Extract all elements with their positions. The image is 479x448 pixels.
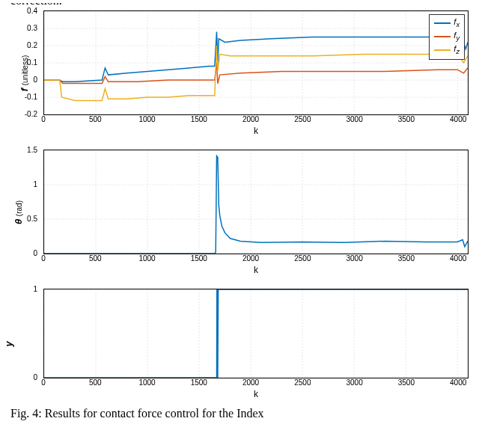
xtick-label: 500: [89, 378, 102, 387]
plot-area-y: [43, 289, 469, 378]
panel-forces: f (unitless) -0.2-0.100.10.20.30.4 fx fy: [3, 10, 476, 136]
xtick-label: 1500: [191, 115, 207, 123]
xticks-theta: 05001000150020002500300035004000: [43, 254, 469, 263]
xtick-label: 500: [89, 254, 102, 263]
xtick-label: 4000: [450, 378, 466, 387]
xtick-label: 2500: [294, 254, 311, 263]
xtick-label: 2000: [242, 115, 259, 123]
xticks-y: 05001000150020002500300035004000: [43, 378, 469, 387]
legend-label-fx: fx: [454, 17, 460, 26]
legend-item-fx: fx: [434, 16, 460, 30]
xtick-label: 3500: [398, 115, 415, 123]
xtick-label: 2500: [294, 115, 311, 123]
plot-area-f: fx fy fz: [43, 10, 469, 115]
legend-item-fz: fz: [434, 43, 460, 57]
fragment-above: correction.: [10, 3, 469, 10]
ytick-label: 0: [33, 249, 37, 257]
plot-area-theta: [43, 150, 469, 254]
xtick-label: 0: [41, 378, 46, 387]
xtick-label: 2000: [242, 378, 259, 387]
figure-caption: Fig. 4: Results for contact force contro…: [3, 407, 476, 422]
panel-y: y 01 05001000150020002500300035004000 k: [3, 289, 476, 399]
xtick-label: 0: [41, 115, 46, 123]
legend-label-fy: fy: [454, 31, 460, 40]
xtick-label: 1000: [138, 378, 155, 387]
plot-svg-f: [44, 11, 468, 114]
xtick-label: 3500: [398, 378, 415, 387]
panel-theta: θ (rad) 00.511.5 05001000150020002500300…: [3, 150, 476, 275]
xtick-label: 1500: [191, 254, 207, 263]
xticks-f: 05001000150020002500300035004000: [43, 115, 469, 124]
legend-swatch-fx: [434, 22, 451, 24]
ytick-label: 1.5: [27, 146, 37, 154]
xtick-label: 4000: [450, 115, 466, 123]
xtick-label: 500: [89, 115, 102, 123]
xtick-label: 1000: [138, 254, 155, 263]
xtick-label: 3500: [398, 254, 415, 263]
xlabel-y: k: [43, 389, 469, 399]
yticks-y: 01: [3, 289, 40, 377]
ytick-label: -0.1: [25, 93, 37, 101]
xtick-label: 3000: [346, 115, 362, 123]
ytick-label: 0.1: [27, 58, 37, 67]
plot-svg-theta: [44, 150, 468, 254]
xtick-label: 3000: [346, 254, 362, 263]
xtick-label: 2000: [242, 254, 259, 263]
legend-f: fx fy fz: [429, 14, 465, 60]
ytick-label: 1: [33, 180, 37, 188]
yticks-theta: 00.511.5: [3, 150, 40, 253]
ytick-label: 0: [33, 76, 37, 84]
chart-panels: f (unitless) -0.2-0.100.10.20.30.4 fx fy: [3, 10, 476, 399]
yticks-f: -0.2-0.100.10.20.30.4: [3, 10, 40, 114]
xtick-label: 0: [41, 254, 46, 263]
ytick-label: 0.4: [27, 7, 37, 15]
xtick-label: 2500: [294, 378, 311, 387]
ytick-label: -0.2: [25, 110, 37, 118]
ytick-label: 0.2: [27, 41, 37, 49]
figure-container: correction. f (unitless) -0.2-0.100.10.2…: [0, 0, 479, 422]
ytick-label: 0.3: [27, 24, 37, 32]
xlabel-f: k: [43, 126, 469, 136]
legend-swatch-fz: [434, 49, 451, 51]
ytick-label: 1: [33, 285, 37, 293]
xtick-label: 3000: [346, 378, 362, 387]
legend-item-fy: fy: [434, 30, 460, 43]
legend-swatch-fy: [434, 36, 451, 37]
plot-svg-y: [44, 289, 468, 378]
xtick-label: 1000: [138, 115, 155, 123]
ytick-label: 0: [33, 373, 37, 381]
xtick-label: 1500: [191, 378, 207, 387]
xlabel-theta: k: [43, 265, 469, 275]
xtick-label: 4000: [450, 254, 466, 263]
ytick-label: 0.5: [27, 215, 37, 223]
legend-label-fz: fz: [454, 44, 460, 53]
